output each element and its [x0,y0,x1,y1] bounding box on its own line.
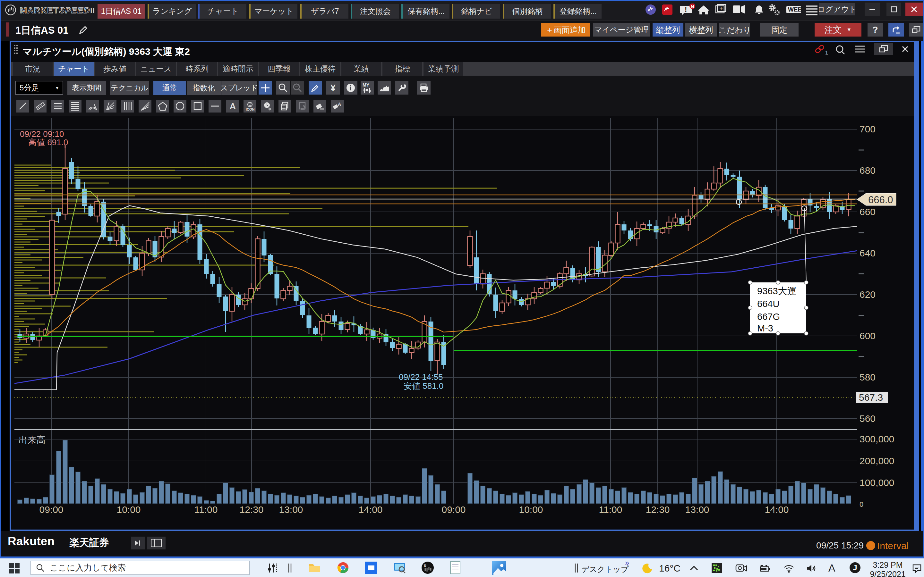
svg-text:10:00: 10:00 [519,504,543,515]
svg-text:14:00: 14:00 [764,504,788,515]
svg-text:M-3: M-3 [757,323,773,334]
svg-text:567.3: 567.3 [859,392,883,403]
svg-text:12:30: 12:30 [646,504,670,515]
svg-text:680: 680 [859,165,876,176]
svg-text:09:00: 09:00 [441,504,465,515]
svg-text:667G: 667G [757,311,780,322]
svg-text:640: 640 [859,248,876,258]
svg-text:09:00: 09:00 [39,504,63,515]
svg-text:09/22 14:55: 09/22 14:55 [399,372,443,382]
svg-text:12:30: 12:30 [239,504,263,515]
svg-text:0: 0 [859,500,863,508]
svg-text:620: 620 [859,289,876,300]
svg-text:200,000: 200,000 [859,456,894,466]
svg-text:580: 580 [859,372,876,382]
svg-text:11:00: 11:00 [194,504,218,515]
svg-text:13:00: 13:00 [685,504,709,515]
svg-text:14:00: 14:00 [359,504,383,515]
svg-text:安値 581.0: 安値 581.0 [404,381,443,391]
svg-text:664U: 664U [757,299,779,309]
svg-text:出来高: 出来高 [19,435,45,445]
svg-text:300,000: 300,000 [859,434,894,444]
svg-text:560: 560 [859,413,876,424]
svg-text:700: 700 [859,124,876,134]
svg-text:R: R [424,564,426,568]
svg-text:600: 600 [859,330,876,341]
svg-text:13:00: 13:00 [279,504,303,515]
svg-text:10:00: 10:00 [116,504,141,515]
svg-text:11:00: 11:00 [599,504,622,515]
svg-text:高値 691.0: 高値 691.0 [28,137,68,147]
svg-text:660: 660 [859,206,876,217]
svg-text:9363大運: 9363大運 [757,286,796,296]
svg-text:666.0: 666.0 [868,194,893,205]
svg-text:100,000: 100,000 [859,477,894,488]
